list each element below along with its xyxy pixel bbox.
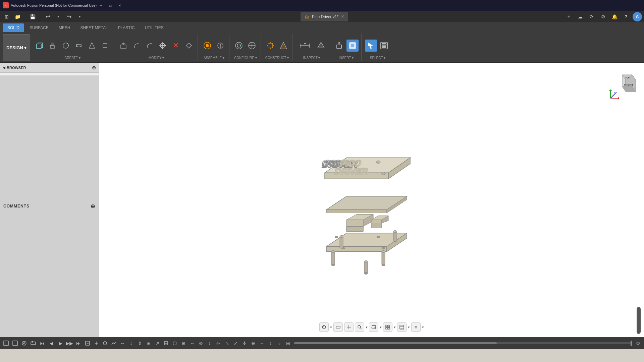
rib-button[interactable] xyxy=(99,40,111,52)
tab-surface[interactable]: SURFACE xyxy=(25,23,53,32)
viewport[interactable]: FRONT TOP xyxy=(99,63,644,337)
tl-btn-14[interactable]: ⊗ xyxy=(197,339,205,347)
chamfer-button[interactable] xyxy=(144,40,156,52)
construct-icon-1[interactable] xyxy=(264,40,276,52)
settings-button[interactable]: ⚙ xyxy=(598,12,608,21)
fillet-button[interactable] xyxy=(130,40,143,52)
tl-btn-24[interactable]: ⊞ xyxy=(284,339,292,347)
tl-btn-8[interactable]: ⊞ xyxy=(145,339,153,347)
look-at-button[interactable] xyxy=(333,322,343,332)
move-button[interactable] xyxy=(157,40,169,52)
tl-btn-15[interactable]: ↕ xyxy=(206,339,214,347)
maximize-button[interactable]: □ xyxy=(106,2,115,9)
save-button[interactable]: 💾 xyxy=(28,12,37,21)
select-button[interactable] xyxy=(365,40,377,52)
sweep-button[interactable] xyxy=(73,40,85,52)
file-menu-icon[interactable]: 📁 xyxy=(13,12,22,21)
footer-icon-3[interactable] xyxy=(20,339,28,347)
tl-btn-6[interactable]: ↕ xyxy=(127,339,135,347)
design-button[interactable]: DESIGN ▾ xyxy=(3,34,30,61)
undo-button[interactable]: ↩ xyxy=(43,12,52,21)
tl-btn-3[interactable] xyxy=(101,339,109,347)
tl-btn-7[interactable]: ⇕ xyxy=(136,339,144,347)
tl-btn-23[interactable]: ⬦ xyxy=(275,339,283,347)
footer-settings-button[interactable]: ⚙ xyxy=(634,339,642,347)
help-button[interactable]: ? xyxy=(621,12,631,21)
tl-btn-18[interactable]: ⤢ xyxy=(232,339,240,347)
display-mode-button[interactable] xyxy=(397,322,407,332)
more-options-button[interactable]: ≡ xyxy=(411,322,421,332)
svg-rect-113 xyxy=(31,342,36,345)
tl-btn-4[interactable] xyxy=(110,339,118,347)
timeline-handle[interactable] xyxy=(631,341,632,346)
new-component-button[interactable] xyxy=(34,40,46,52)
inspect-icon-2[interactable] xyxy=(315,40,327,52)
add-workspace-button[interactable]: ＋ xyxy=(564,12,574,21)
timeline-track[interactable] xyxy=(294,342,632,344)
skip-start-button[interactable]: ⏮ xyxy=(38,339,46,347)
tl-btn-5[interactable]: ↔ xyxy=(118,339,126,347)
tl-btn-16[interactable]: ⇔ xyxy=(214,339,222,347)
config-icon-2[interactable] xyxy=(246,40,258,52)
doc-close-icon[interactable]: ✕ xyxy=(341,14,344,19)
tl-btn-10[interactable] xyxy=(162,339,170,347)
add-comment-button[interactable]: ⊕ xyxy=(91,203,95,209)
tab-mesh[interactable]: MESH xyxy=(54,23,75,32)
skip-end-button[interactable]: ⏭ xyxy=(74,339,83,347)
insert-canvas-button[interactable] xyxy=(346,40,359,52)
sync-button[interactable]: ⟳ xyxy=(587,12,596,21)
apps-icon[interactable]: ⊞ xyxy=(2,12,11,21)
tl-btn-2[interactable] xyxy=(92,339,100,347)
delete-button[interactable]: ✕ xyxy=(170,40,182,52)
viewcube[interactable]: FRONT TOP xyxy=(604,70,637,103)
fit-button[interactable] xyxy=(369,322,378,332)
joint-button[interactable] xyxy=(201,40,213,52)
tab-utilities[interactable]: UTILITIES xyxy=(140,23,168,32)
play-forward-button[interactable]: ▶▶ xyxy=(65,339,73,347)
tl-btn-19[interactable]: ✛ xyxy=(240,339,249,347)
footer-icon-1[interactable] xyxy=(2,339,10,347)
tl-btn-21[interactable]: ↔ xyxy=(258,339,266,347)
tl-btn-22[interactable]: ↕ xyxy=(267,339,275,347)
loft-button[interactable] xyxy=(86,40,98,52)
footer-icon-4[interactable] xyxy=(29,339,37,347)
view-options-button[interactable] xyxy=(383,322,392,332)
close-button[interactable]: ✕ xyxy=(115,2,124,9)
physical-material-button[interactable] xyxy=(183,40,195,52)
browser-add-icon[interactable]: ⊕ xyxy=(92,65,96,70)
revolve-button[interactable] xyxy=(60,40,72,52)
tab-solid[interactable]: SOLID xyxy=(3,23,24,32)
press-pull-button[interactable] xyxy=(117,40,129,52)
tl-btn-9[interactable]: ↗ xyxy=(153,339,161,347)
svg-rect-105 xyxy=(388,327,390,329)
orbit-button[interactable] xyxy=(319,322,329,332)
cloud-status-icon[interactable]: ☁ xyxy=(576,12,585,21)
browser-collapse-icon[interactable]: ◀ xyxy=(3,66,5,69)
timeline-slider[interactable] xyxy=(637,307,641,334)
minimize-button[interactable]: ─ xyxy=(97,2,105,9)
footer-icon-2[interactable] xyxy=(11,339,19,347)
play-back-button[interactable]: ◀ xyxy=(47,339,55,347)
tl-btn-13[interactable]: ↔ xyxy=(188,339,196,347)
tab-sheet-metal[interactable]: SHEET METAL xyxy=(75,23,112,32)
redo-button[interactable]: ↪ xyxy=(64,12,74,21)
insert-icon-1[interactable] xyxy=(333,40,345,52)
joint-origin-button[interactable] xyxy=(214,40,226,52)
tl-btn-17[interactable]: ⤡ xyxy=(223,339,231,347)
zoom-button[interactable] xyxy=(355,322,364,332)
tl-btn-11[interactable]: ⬡ xyxy=(171,339,179,347)
extrude-button[interactable] xyxy=(47,40,59,52)
tl-btn-1[interactable] xyxy=(84,339,92,347)
notifications-button[interactable]: 🔔 xyxy=(610,12,619,21)
construct-icon-2[interactable] xyxy=(277,40,289,52)
user-avatar[interactable]: A xyxy=(633,12,642,21)
select-filter-button[interactable] xyxy=(378,40,390,52)
config-icon-1[interactable] xyxy=(233,40,245,52)
tl-btn-20[interactable]: ⊕ xyxy=(249,339,257,347)
tab-plastic[interactable]: PLASTIC xyxy=(113,23,140,32)
play-button[interactable]: ▶ xyxy=(56,339,64,347)
tl-btn-12[interactable]: ⊕ xyxy=(179,339,187,347)
pan-button[interactable] xyxy=(344,322,354,332)
document-tab[interactable]: 🗂 Pico Driver v1* ✕ xyxy=(301,12,348,21)
inspect-measure-button[interactable]: ↔ xyxy=(296,40,314,52)
